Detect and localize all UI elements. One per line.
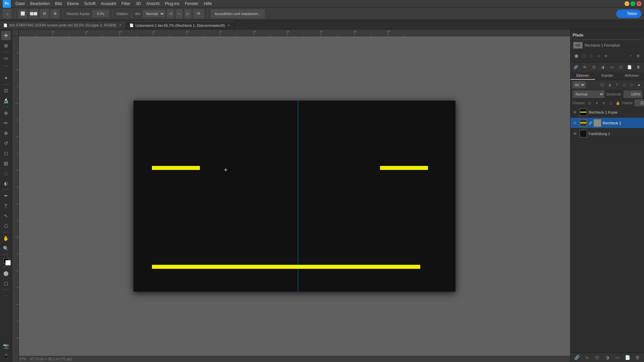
flaeche-input[interactable] bbox=[635, 100, 644, 106]
tab-ebenen[interactable]: Ebenen bbox=[571, 72, 595, 80]
filter-text-icon[interactable]: T bbox=[614, 82, 620, 88]
mode-select[interactable]: Normal bbox=[143, 10, 165, 17]
tab-2[interactable]: 📄 Unbenannt-1 bei 66,7% (Rechteck 1, Ebe… bbox=[126, 21, 235, 29]
mode-option-btn-2[interactable]: ↔ bbox=[176, 9, 182, 18]
layer-link-bottom-btn[interactable]: 🔗 bbox=[573, 354, 581, 361]
menu-item-schrift[interactable]: Schrift bbox=[82, 1, 98, 7]
tool-zoom[interactable]: 🔍 bbox=[1, 244, 11, 253]
layer-mask-btn[interactable]: ⊡ bbox=[590, 64, 597, 70]
tool-hand[interactable]: ✋ bbox=[1, 234, 11, 243]
lock-all-icon[interactable]: 🔒 bbox=[615, 100, 621, 106]
tool-gradient[interactable]: ▤ bbox=[1, 159, 11, 168]
path-new-icon[interactable]: + bbox=[628, 53, 634, 59]
menu-item-ebene[interactable]: Ebene bbox=[64, 1, 82, 7]
filter-shape-icon[interactable]: ⬡ bbox=[621, 82, 627, 88]
lock-position-icon[interactable]: ⊡ bbox=[587, 100, 593, 106]
foreground-color[interactable] bbox=[1, 256, 11, 265]
path-to-sel-icon[interactable]: ⬡ bbox=[588, 53, 594, 59]
tool-camera[interactable]: 📷 bbox=[1, 341, 11, 351]
layer-delete-btn[interactable]: 🗑 bbox=[635, 64, 642, 70]
tool-artboard[interactable]: ⊞ bbox=[1, 41, 11, 50]
tab-aktionen[interactable]: Aktionen bbox=[620, 72, 644, 80]
lock-move-icon[interactable]: ✛ bbox=[601, 100, 607, 106]
home-btn[interactable]: ⌂ bbox=[3, 9, 11, 18]
tool-eyedropper[interactable]: 🔬 bbox=[1, 96, 11, 105]
tool-marquee[interactable]: ▭ bbox=[1, 53, 11, 63]
path-from-sel-icon[interactable]: ▭ bbox=[595, 53, 601, 59]
menu-item-3d[interactable]: 3D bbox=[133, 1, 144, 7]
select-mask-btn[interactable]: Auswählen und maskieren... bbox=[211, 9, 265, 18]
filter-adj-icon[interactable]: ◑ bbox=[606, 82, 612, 88]
layer-new-add-btn[interactable]: 📄 bbox=[624, 354, 631, 361]
menu-item-auswahl[interactable]: Auswahl bbox=[98, 1, 119, 7]
layer-adj-add-btn[interactable]: ◑ bbox=[603, 354, 611, 361]
layer-delete-bottom-btn[interactable]: 🗑 bbox=[634, 354, 641, 361]
path-delete-icon[interactable]: 🗑 bbox=[635, 53, 641, 59]
layer-filter-select[interactable]: Art bbox=[573, 81, 586, 88]
menu-item-bild[interactable]: Bild bbox=[52, 1, 64, 7]
tool-text[interactable]: T bbox=[1, 201, 11, 210]
filter-pixel-icon[interactable]: ⬛ bbox=[599, 82, 605, 88]
layer-mask-add-btn[interactable]: ⊡ bbox=[593, 354, 601, 361]
tool-brush[interactable]: ✏ bbox=[1, 118, 11, 128]
filter-smart-icon[interactable]: ◻ bbox=[629, 82, 635, 88]
tool-dodge[interactable]: ◐ bbox=[1, 179, 11, 188]
path-stroke-icon[interactable]: ◯ bbox=[581, 53, 587, 59]
layer-link-btn[interactable]: 🔗 bbox=[573, 64, 579, 70]
layer-item-0[interactable]: 👁 Rechteck 1 Kopie bbox=[571, 107, 644, 118]
tool-shapes[interactable]: ⬡ bbox=[1, 221, 11, 231]
tool-stamp[interactable]: ⊗ bbox=[1, 128, 11, 138]
blend-mode-select[interactable]: Normal bbox=[573, 90, 604, 98]
minimize-button[interactable]: — bbox=[625, 1, 629, 6]
menu-item-datei[interactable]: Datei bbox=[13, 1, 28, 7]
layer-new-btn[interactable]: 📄 bbox=[626, 64, 633, 70]
lock-artboard-icon[interactable]: ◻ bbox=[608, 100, 614, 106]
path-fill-icon[interactable]: ⬤ bbox=[573, 53, 579, 59]
layer-group-add-btn[interactable]: ▭ bbox=[614, 354, 621, 361]
menu-item-bearbeiten[interactable]: Bearbeiten bbox=[28, 1, 52, 7]
layer-item-1[interactable]: 👁 🔗 Rechteck 1 bbox=[571, 118, 644, 128]
layer-visibility-0[interactable]: 👁 bbox=[572, 109, 578, 115]
menu-item-plugins[interactable]: Plug-ins bbox=[162, 1, 182, 7]
tool-blur[interactable]: ◌ bbox=[1, 169, 11, 178]
tool-history[interactable]: ↺ bbox=[1, 138, 11, 148]
mode-option-btn-3[interactable]: ▷ bbox=[184, 9, 191, 18]
maximize-button[interactable]: □ bbox=[631, 1, 635, 6]
menu-item-fenster[interactable]: Fenster bbox=[182, 1, 201, 7]
menu-item-filter[interactable]: Filter bbox=[119, 1, 133, 7]
layer-fx-btn[interactable]: fx bbox=[583, 354, 591, 361]
tool-crop[interactable]: ⊡ bbox=[1, 86, 11, 95]
tool-option-btn-4[interactable]: ⊕ bbox=[51, 9, 59, 18]
tool-lasso[interactable]: ⌒ bbox=[1, 63, 11, 73]
tab-close-2[interactable]: ✕ bbox=[227, 23, 231, 27]
tab-close-1[interactable]: ✕ bbox=[118, 23, 122, 27]
tool-wand[interactable]: ✦ bbox=[1, 73, 11, 83]
mode-input[interactable]: Hi bbox=[193, 9, 204, 18]
tool-pen[interactable]: ✒ bbox=[1, 191, 11, 200]
tool-option-btn-1[interactable]: ⬜ bbox=[18, 9, 27, 18]
tool-mode[interactable]: ⬤ bbox=[1, 268, 11, 278]
lock-pixel-icon[interactable]: ✦ bbox=[594, 100, 600, 106]
path-item-1[interactable]: Rechteck 1 Formpfad bbox=[573, 41, 642, 50]
tool-screen[interactable]: ▢ bbox=[1, 279, 11, 288]
close-button[interactable]: ✕ bbox=[637, 1, 641, 6]
layer-item-2[interactable]: 👁 Farbfüllung 1 bbox=[571, 128, 644, 139]
tool-path-select[interactable]: ↖ bbox=[1, 211, 11, 221]
tab-1[interactable]: 📄 brb STARTING SOON screen.psdc bei 50,5… bbox=[0, 21, 126, 29]
menu-item-hilfe[interactable]: Hilfe bbox=[201, 1, 215, 7]
tool-move[interactable]: ✛ bbox=[1, 31, 11, 40]
mode-option-btn-1[interactable]: ◁ bbox=[167, 9, 174, 18]
tool-extra[interactable]: ··· bbox=[1, 291, 11, 300]
layer-group-btn[interactable]: ▭ bbox=[608, 64, 615, 70]
layer-visibility-2[interactable]: 👁 bbox=[572, 131, 578, 137]
layer-style-btn[interactable]: fx bbox=[582, 64, 588, 70]
tool-option-btn-2[interactable]: ⬜⬜ bbox=[29, 9, 38, 18]
layer-adj-btn[interactable]: ◑ bbox=[599, 64, 606, 70]
filter-toggle-icon[interactable]: ● bbox=[636, 82, 642, 88]
layer-frame-btn[interactable]: ⬡ bbox=[618, 64, 624, 70]
tool-eraser[interactable]: ◻ bbox=[1, 148, 11, 158]
tool-panel[interactable]: 📱 bbox=[1, 351, 11, 361]
menu-item-ansicht[interactable]: Ansicht bbox=[144, 1, 162, 7]
path-mask-icon[interactable]: ⊗ bbox=[603, 53, 609, 59]
tab-kanaele[interactable]: Kanäle bbox=[595, 72, 620, 80]
